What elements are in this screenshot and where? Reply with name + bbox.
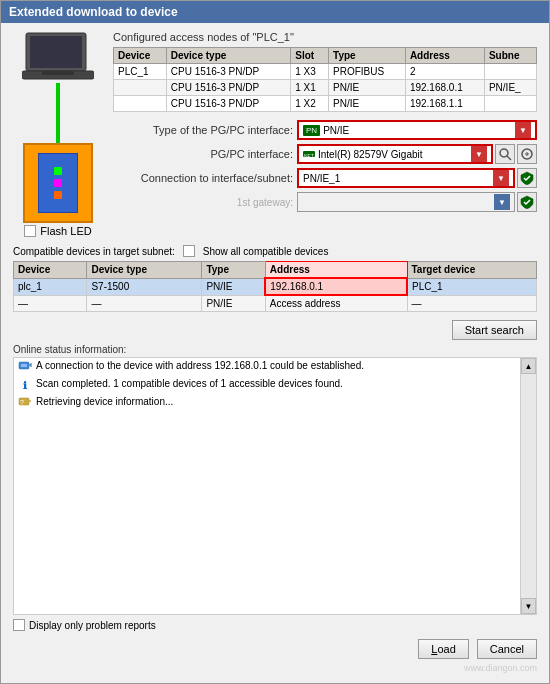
watermark: www.diangon.com <box>13 663 537 675</box>
cell-device-type: CPU 1516-3 PN/DP <box>166 64 290 80</box>
dropdown-arrow-icon[interactable]: ▼ <box>493 170 509 186</box>
table-row: CPU 1516-3 PN/DP 1 X2 PN/IE 192.168.1.1 <box>114 96 537 112</box>
col-device-type: Device type <box>166 48 290 64</box>
interface-section: Type of the PG/PC interface: PN PN/IE ▼ <box>113 120 537 212</box>
svg-rect-12 <box>21 364 27 367</box>
compatible-table: Device Device type Type Address Target d… <box>13 261 537 312</box>
flash-led-checkbox[interactable] <box>24 225 36 237</box>
table-row: PLC_1 CPU 1516-3 PN/DP 1 X3 PROFIBUS 2 <box>114 64 537 80</box>
cell-type: PN/IE <box>202 278 265 295</box>
col-subnet: Subne <box>484 48 536 64</box>
connection-label: Connection to interface/subnet: <box>113 172 293 184</box>
col-device: Device <box>114 48 167 64</box>
gateway-dropdown[interactable]: ▼ <box>297 192 515 212</box>
table-row[interactable]: plc_1 S7-1500 PN/IE 192.168.0.1 PLC_1 <box>14 278 537 295</box>
start-search-button[interactable]: Start search <box>452 320 537 340</box>
cell-type: PN/IE <box>329 80 406 96</box>
status-text-3: Retrieving device information... <box>36 396 173 407</box>
show-all-checkbox[interactable] <box>183 245 195 257</box>
cell-slot: 1 X3 <box>291 64 329 80</box>
connection-line <box>56 83 60 143</box>
compatible-table-header: Device Device type Type Address Target d… <box>14 262 537 279</box>
gateway-row: 1st gateway: ▼ <box>113 192 537 212</box>
connection-row: Connection to interface/subnet: PN/IE_1 … <box>113 168 537 188</box>
cell-device-type: CPU 1516-3 PN/DP <box>166 80 290 96</box>
cell-type: PN/IE <box>202 295 265 312</box>
svg-text:NET: NET <box>304 153 314 159</box>
cell-address: 192.168.0.1 <box>405 80 484 96</box>
cell-subnet <box>484 64 536 80</box>
led-magenta <box>54 179 62 187</box>
configured-table-header: Device Device type Slot Type Address Sub… <box>114 48 537 64</box>
cell-device-type: CPU 1516-3 PN/DP <box>166 96 290 112</box>
laptop-icon <box>22 31 94 83</box>
display-problems-label: Display only problem reports <box>29 620 156 631</box>
status-text-1: A connection to the device with address … <box>36 360 364 371</box>
window-title: Extended download to device <box>9 5 178 19</box>
dropdown-arrow-icon[interactable]: ▼ <box>471 146 487 162</box>
status-title: Online status information: <box>13 344 537 355</box>
settings-icon-btn[interactable] <box>517 144 537 164</box>
cell-target: — <box>407 295 537 312</box>
device-illustration: Flash LED <box>13 31 103 237</box>
svg-point-6 <box>500 149 508 157</box>
cell-subnet <box>484 96 536 112</box>
scroll-down-button[interactable]: ▼ <box>521 598 536 614</box>
cell-address: 2 <box>405 64 484 80</box>
svg-rect-3 <box>42 71 74 75</box>
status-item-2: ℹ Scan completed. 1 compatible devices o… <box>14 376 536 394</box>
cell-slot: 1 X2 <box>291 96 329 112</box>
compatible-header: Compatible devices in target subnet: Sho… <box>13 245 537 257</box>
cancel-button[interactable]: Cancel <box>477 639 537 659</box>
pg-pc-type-row: Type of the PG/PC interface: PN PN/IE ▼ <box>113 120 537 140</box>
shield-check-icon <box>520 171 534 185</box>
load-button[interactable]: Load <box>418 639 468 659</box>
cell-device: PLC_1 <box>114 64 167 80</box>
main-window: Extended download to device <box>0 0 550 684</box>
col-type: Type <box>202 262 265 279</box>
pg-pc-dropdown[interactable]: NET Intel(R) 82579V Gigabit ▼ <box>297 144 493 164</box>
cell-type: PN/IE <box>329 96 406 112</box>
gateway-label: 1st gateway: <box>113 197 293 208</box>
scroll-up-button[interactable]: ▲ <box>521 358 536 374</box>
col-device: Device <box>14 262 87 279</box>
table-row[interactable]: — — PN/IE Access address — <box>14 295 537 312</box>
flash-led-label: Flash LED <box>40 225 91 237</box>
compatible-title: Compatible devices in target subnet: <box>13 246 175 257</box>
connection-dropdown[interactable]: PN/IE_1 ▼ <box>297 168 515 188</box>
browse-icon-btn[interactable] <box>495 144 515 164</box>
magnify-icon <box>498 147 512 161</box>
connect-icon <box>18 360 32 374</box>
cell-device-type: S7-1500 <box>87 278 202 295</box>
display-problems-row: Display only problem reports <box>13 615 537 633</box>
connection-value: PN/IE_1 <box>303 173 340 184</box>
display-problems-checkbox[interactable] <box>13 619 25 631</box>
status-scrollbar[interactable]: ▲ ▼ <box>520 358 536 614</box>
pg-pc-label: PG/PC interface: <box>113 148 293 160</box>
cell-subnet: PN/IE_ <box>484 80 536 96</box>
cell-address: 192.168.1.1 <box>405 96 484 112</box>
info-icon: ℹ <box>18 378 32 392</box>
shield-icon-btn2[interactable] <box>517 192 537 212</box>
shield-green-icon-btn[interactable] <box>517 168 537 188</box>
search-list-icon <box>520 147 534 161</box>
cell-target: PLC_1 <box>407 278 537 295</box>
pg-pc-type-label: Type of the PG/PC interface: <box>113 124 293 136</box>
dropdown-arrow-icon[interactable]: ▼ <box>515 122 531 138</box>
col-address: Address <box>265 262 407 279</box>
configured-table: Device Device type Slot Type Address Sub… <box>113 47 537 112</box>
svg-text:?: ? <box>20 399 24 406</box>
compatible-section: Compatible devices in target subnet: Sho… <box>13 245 537 312</box>
cell-type: PROFIBUS <box>329 64 406 80</box>
pg-pc-type-dropdown[interactable]: PN PN/IE ▼ <box>297 120 537 140</box>
configured-section: Configured access nodes of "PLC_1" Devic… <box>113 31 537 237</box>
footer-buttons: Load Cancel <box>13 633 537 663</box>
status-text-2: Scan completed. 1 compatible devices of … <box>36 378 343 389</box>
cell-address: Access address <box>265 295 407 312</box>
show-all-label: Show all compatible devices <box>203 246 329 257</box>
question-icon: ? <box>18 396 32 410</box>
dropdown-arrow-icon[interactable]: ▼ <box>494 194 510 210</box>
cell-device <box>114 80 167 96</box>
pg-pc-row: PG/PC interface: NET Intel(R) 82579V Gig… <box>113 144 537 164</box>
svg-rect-1 <box>30 36 82 68</box>
